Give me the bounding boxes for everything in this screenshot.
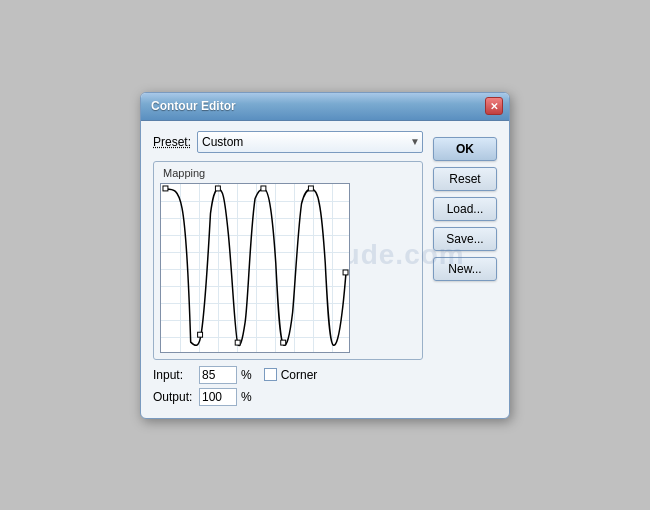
- new-button[interactable]: New...: [433, 257, 497, 281]
- save-button[interactable]: Save...: [433, 227, 497, 251]
- input-label: Input:: [153, 368, 195, 382]
- preset-row: Preset: Custom Linear Gaussian Half Roun…: [153, 131, 423, 153]
- close-button[interactable]: ✕: [485, 97, 503, 115]
- svg-rect-0: [163, 185, 168, 190]
- right-panel: OK Reset Load... Save... New...: [433, 131, 497, 406]
- mapping-group: Mapping: [153, 161, 423, 360]
- corner-label: Corner: [281, 368, 318, 382]
- preset-select[interactable]: Custom Linear Gaussian Half Round Ring S…: [197, 131, 423, 153]
- svg-rect-3: [235, 340, 240, 345]
- output-value-field[interactable]: [199, 388, 237, 406]
- corner-checkbox[interactable]: [264, 368, 277, 381]
- output-label: Output:: [153, 390, 195, 404]
- contour-editor-dialog: Contour Editor ✕ Preset: Custom Linear G…: [140, 92, 510, 419]
- ok-button[interactable]: OK: [433, 137, 497, 161]
- input-percent: %: [241, 368, 252, 382]
- preset-wrapper: Custom Linear Gaussian Half Round Ring S…: [197, 131, 423, 153]
- svg-rect-5: [281, 340, 286, 345]
- dialog-title: Contour Editor: [151, 99, 236, 113]
- svg-rect-1: [198, 332, 203, 337]
- mapping-legend: Mapping: [160, 167, 208, 179]
- svg-rect-7: [343, 269, 348, 274]
- preset-label: Preset:: [153, 135, 191, 149]
- svg-rect-2: [215, 185, 220, 190]
- title-bar: Contour Editor ✕: [141, 93, 509, 121]
- input-value-field[interactable]: [199, 366, 237, 384]
- graph-area[interactable]: [160, 183, 350, 353]
- output-percent: %: [241, 390, 252, 404]
- input-row: Input: % Corner: [153, 366, 423, 384]
- svg-rect-4: [261, 185, 266, 190]
- dialog-body: Preset: Custom Linear Gaussian Half Roun…: [141, 121, 509, 418]
- load-button[interactable]: Load...: [433, 197, 497, 221]
- left-panel: Preset: Custom Linear Gaussian Half Roun…: [153, 131, 423, 406]
- svg-rect-6: [308, 185, 313, 190]
- output-row: Output: %: [153, 388, 423, 406]
- contour-curve-svg: [161, 184, 349, 352]
- reset-button[interactable]: Reset: [433, 167, 497, 191]
